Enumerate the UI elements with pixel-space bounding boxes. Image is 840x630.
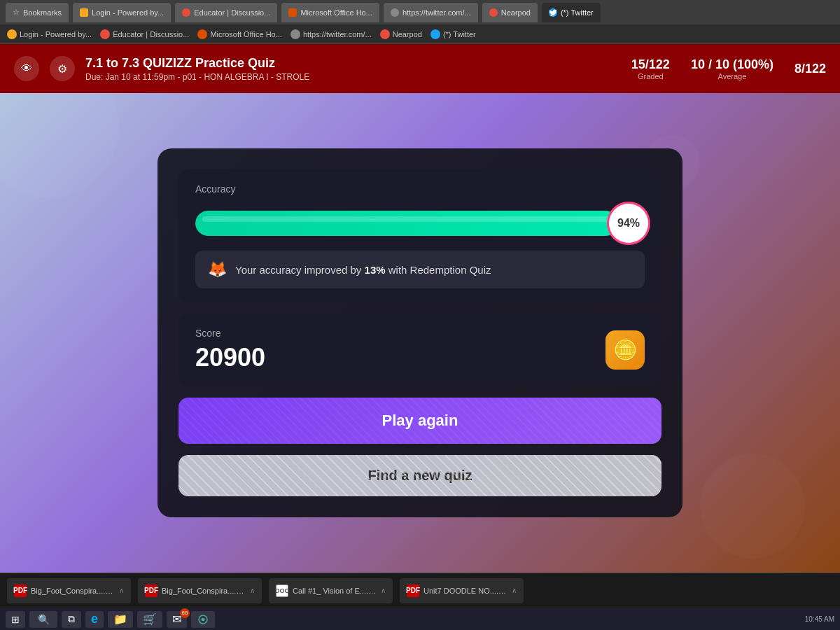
bookmark-office[interactable]: Microsoft Office Ho... [197,29,282,39]
bookmark-nearpod-label: Nearpod [393,30,422,38]
stat-average: 10 / 10 (100%) Average [691,57,774,80]
download-arrow-2: ∧ [381,587,386,594]
tab-nearpod-label: Nearpod [501,8,531,17]
file-explorer-app[interactable]: 📁 [108,611,133,628]
improvement-suffix: with Redemption Quiz [386,264,491,276]
stat-graded: 15/122 Graded [631,57,670,80]
download-item-3[interactable]: PDF Unit7 DOODLE NO....pdf ∧ [400,578,524,603]
pdf-icon-0: PDF [14,584,27,597]
improvement-icon: 🦊 [208,260,227,279]
tab-educator-label: Educator | Discussio... [194,8,270,17]
play-again-button[interactable]: Play again [178,398,662,444]
bookmark-educator-label: Educator | Discussio... [113,30,189,38]
bookmarks-icon: ☆ [13,8,20,17]
taskbar: ⊞ 🔍 ⧉ e 📁 🛒 ✉ 68 10:45 AM [0,608,840,630]
bookmark-login-label: Login - Powered by... [20,30,92,38]
pdf-icon-1: PDF [145,584,158,597]
quiz-stats: 15/122 Graded 10 / 10 (100%) Average 8/1… [631,57,826,80]
downloads-bar: PDF Big_Foot_Conspira....pdf ∧ PDF Big_F… [0,573,840,608]
bookmark-twitter-url-label: https://twitter.com/... [303,30,372,38]
edge-app[interactable]: e [85,611,104,628]
accuracy-label: Accuracy [195,183,645,195]
tab-nearpod[interactable]: Nearpod [482,3,538,22]
bookmark-twitter-url-favicon [290,29,300,39]
accuracy-section: Accuracy 94% 🦊 Your accuracy improved by… [178,169,662,302]
app-7[interactable] [191,611,215,628]
find-quiz-label: Find a new quiz [368,468,472,483]
bookmark-twitter-label: (*) Twitter [443,30,476,38]
accuracy-bar-fill [195,211,617,236]
tab-bookmarks-label: Bookmarks [23,8,62,17]
score-value: 20900 [195,343,265,372]
download-arrow-1: ∧ [250,587,255,594]
store-app[interactable]: 🛒 [137,611,162,628]
tab-twitter-url[interactable]: https://twitter.com/... [384,3,478,22]
play-again-label: Play again [382,412,458,429]
tab-office-favicon [288,8,297,17]
download-name-2: Call #1_ Vision of E....ics [293,587,377,595]
bookmark-twitter-favicon [430,29,440,39]
task-view-button[interactable]: ⧉ [62,611,81,628]
eye-icon[interactable]: 👁 [14,56,39,81]
tab-office[interactable]: Microsoft Office Ho... [281,3,379,22]
bookmark-office-label: Microsoft Office Ho... [210,30,282,38]
bookmark-educator[interactable]: Educator | Discussio... [100,29,189,39]
accuracy-bar-bg [195,211,645,236]
tab-twitter-url-label: https://twitter.com/... [402,8,471,17]
stat-average-value: 10 / 10 (100%) [691,57,774,72]
settings-icon[interactable]: ⚙ [50,56,75,81]
tab-login-favicon [80,8,88,17]
email-badge: 68 [180,608,190,618]
stat-count-value: 8/122 [794,62,826,76]
time-display: 10:45 AM [805,615,834,623]
start-button[interactable]: ⊞ [6,611,25,628]
quiz-subtitle: Due: Jan 10 at 11:59pm - p01 - HON ALGEB… [85,72,621,82]
tab-twitter-favicon [549,8,557,17]
tab-twitter[interactable]: (*) Twitter [542,3,601,22]
bookmark-office-favicon [197,29,207,39]
download-arrow-0: ∧ [119,587,124,594]
bookmarks-bar: Login - Powered by... Educator | Discuss… [0,24,840,44]
score-label: Score [195,328,265,339]
download-name-0: Big_Foot_Conspira....pdf [31,587,115,595]
coin-icon: 🪙 [606,330,645,370]
bookmark-login[interactable]: Login - Powered by... [7,29,92,39]
quiz-title-section: 7.1 to 7.3 QUIZIZZ Practice Quiz Due: Ja… [85,56,621,82]
quiz-title: 7.1 to 7.3 QUIZIZZ Practice Quiz [85,56,621,71]
tab-twitter-url-favicon [391,8,399,17]
download-name-1: Big_Foot_Conspira....pdf [162,587,246,595]
download-item-2[interactable]: DOC Call #1_ Vision of E....ics ∧ [269,578,393,603]
bookmark-nearpod-favicon [380,29,390,39]
quiz-header: 👁 ⚙ 7.1 to 7.3 QUIZIZZ Practice Quiz Due… [0,44,840,93]
results-card: Accuracy 94% 🦊 Your accuracy improved by… [158,148,682,517]
email-app[interactable]: ✉ 68 [167,611,187,628]
doc-icon-2: DOC [276,584,288,597]
tab-educator[interactable]: Educator | Discussio... [175,3,277,22]
bookmark-twitter-url[interactable]: https://twitter.com/... [290,29,372,39]
improvement-prefix: Your accuracy improved by [235,264,365,276]
search-button[interactable]: 🔍 [29,611,57,628]
tab-nearpod-favicon [489,8,498,17]
find-quiz-button[interactable]: Find a new quiz [178,455,662,496]
stat-average-label: Average [691,72,774,80]
tab-login-label: Login - Powered by... [92,8,164,17]
tab-bookmarks[interactable]: ☆ Bookmarks [6,3,69,22]
improvement-banner: 🦊 Your accuracy improved by 13% with Red… [195,251,645,288]
bookmark-educator-favicon [100,29,110,39]
accuracy-bar-container: 94% [195,206,645,241]
bookmark-nearpod[interactable]: Nearpod [380,29,422,39]
main-content: Accuracy 94% 🦊 Your accuracy improved by… [0,93,840,573]
download-item-1[interactable]: PDF Big_Foot_Conspira....pdf ∧ [138,578,262,603]
bookmark-login-favicon [7,29,17,39]
download-item-0[interactable]: PDF Big_Foot_Conspira....pdf ∧ [7,578,131,603]
quiz-header-left: 👁 ⚙ 7.1 to 7.3 QUIZIZZ Practice Quiz Due… [14,56,621,82]
tab-login[interactable]: Login - Powered by... [73,3,171,22]
taskbar-time: 10:45 AM [805,615,834,623]
tab-office-label: Microsoft Office Ho... [300,8,372,17]
browser-tabs-bar: ☆ Bookmarks Login - Powered by... Educat… [0,0,840,24]
accuracy-percent-text: 94% [617,217,640,230]
bookmark-twitter[interactable]: (*) Twitter [430,29,476,39]
score-section: Score 20900 🪙 [178,314,662,386]
download-arrow-3: ∧ [512,587,517,594]
stat-graded-value: 15/122 [631,57,670,72]
